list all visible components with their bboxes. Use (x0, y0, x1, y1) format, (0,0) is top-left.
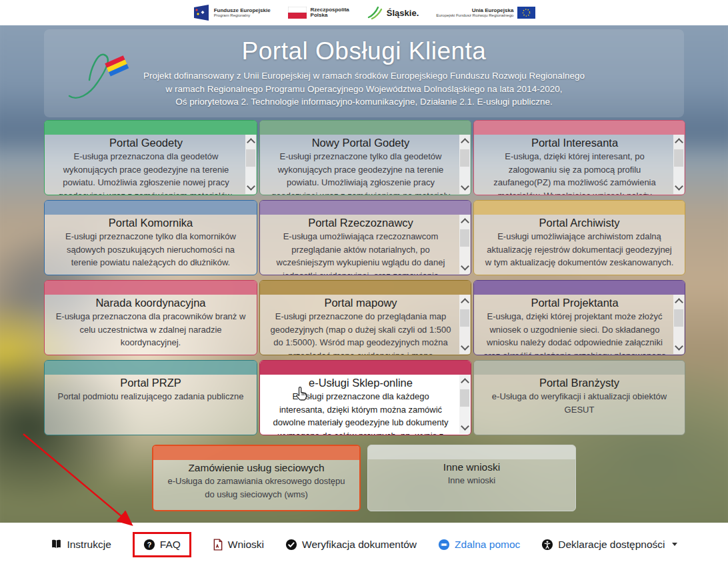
scroll-up-icon[interactable] (461, 298, 469, 307)
portal-obslugi-klienta-page: Fundusze Europejskie Program Regionalny … (0, 0, 728, 566)
card-portal-projektanta[interactable]: Portal Projektanta E-usługa, dzięki któr… (473, 280, 685, 355)
scrollbar-thumb[interactable] (246, 149, 255, 167)
footer-nav: Instrukcje ? FAQ Wnioski Weryfikacja dok… (0, 523, 728, 566)
scroll-down-icon[interactable] (675, 182, 683, 191)
nav-zdalna-pomoc[interactable]: Zdalna pomoc (438, 539, 520, 551)
card-header-bar (368, 445, 575, 459)
nav-weryfikacja-dokumentow[interactable]: Weryfikacja dokumentów (285, 539, 417, 551)
eu-logos-bar: Fundusze Europejskie Program Regionalny … (0, 0, 728, 25)
logo-subtitle: Program Regionalny (214, 13, 271, 17)
card-description: E-usługi przeznaczone dla każdego intere… (269, 390, 452, 435)
card-title: Portal Archiwisty (483, 217, 675, 229)
card-portal-przp[interactable]: Portal PRZP Portal podmiotu realizująceg… (44, 360, 257, 435)
scroll-up-icon[interactable] (461, 378, 469, 387)
card-title: Portal Interesanta (483, 137, 666, 149)
card-description: e-Usługa do weryfikacji i aktualizacji o… (483, 390, 675, 416)
card-header-bar (474, 361, 685, 375)
card-scrollbar[interactable] (459, 295, 470, 354)
card-scrollbar[interactable] (673, 295, 684, 354)
card-title: Portal Rzeczoznawcy (269, 217, 452, 229)
scroll-down-icon[interactable] (461, 182, 469, 191)
card-header-bar (474, 201, 685, 215)
question-circle-icon: ? (143, 539, 155, 551)
scroll-down-icon[interactable] (247, 182, 255, 191)
nav-label: Deklaracje dostępności (558, 539, 665, 551)
eu-flag-icon (517, 7, 535, 19)
nav-faq[interactable]: ? FAQ (133, 532, 191, 557)
scrollbar-thumb[interactable] (674, 309, 683, 327)
nav-label: Weryfikacja dokumentów (302, 539, 417, 551)
card-header-bar (260, 201, 471, 215)
card-header-bar (260, 121, 471, 135)
card-portal-geodety[interactable]: Portal Geodety E-usługa przeznaczona dla… (44, 120, 257, 195)
logo-rzeczpospolita-polska: Rzeczpospolita Polska (288, 7, 349, 19)
nav-instrukcje[interactable]: Instrukcje (51, 539, 111, 551)
scrollbar-thumb[interactable] (674, 149, 683, 167)
card-header-bar (45, 201, 257, 215)
card-title: Portal Komornika (54, 217, 247, 229)
card-title: Portal mapowy (269, 297, 452, 309)
scroll-up-icon[interactable] (461, 218, 469, 227)
card-portal-komornika[interactable]: Portal Komornika E-usługi przeznaczone t… (44, 200, 257, 275)
card-title: Inne wnioski (377, 461, 566, 473)
card-zamowienie-uslug-sieciowych[interactable]: Zamówienie usług sieciowych e-Usługa do … (152, 445, 361, 511)
card-portal-mapowy[interactable]: Portal mapowy E-usługi przeznaczone do p… (259, 280, 471, 355)
card-title: Narada koordynacyjna (54, 297, 247, 309)
scroll-down-icon[interactable] (461, 342, 469, 351)
card-portal-rzeczoznawcy[interactable]: Portal Rzeczoznawcy E-usługa umożliwiają… (259, 200, 471, 275)
check-circle-icon (285, 539, 297, 551)
card-scrollbar[interactable] (459, 375, 470, 434)
card-description: E-usługa, dzięki której projektant może … (483, 310, 666, 355)
card-description: E-usługi przeznaczone tylko dla geodetów… (269, 150, 452, 195)
scroll-up-icon[interactable] (247, 138, 255, 147)
card-scrollbar[interactable] (459, 135, 470, 194)
card-scrollbar[interactable] (459, 215, 470, 274)
card-header-bar (260, 361, 471, 375)
nav-label: Zdalna pomoc (455, 539, 520, 551)
card-portal-branzysty[interactable]: Portal Branżysty e-Usługa do weryfikacji… (473, 360, 685, 435)
scrollbar-thumb[interactable] (460, 309, 469, 327)
nav-deklaracje-dostepnosci[interactable]: Deklaracje dostępności (541, 539, 677, 551)
nav-wnioski[interactable]: Wnioski (213, 539, 264, 551)
card-header-bar (474, 281, 685, 295)
logo-subtitle: Europejski Fundusz Rozwoju Regionalnego (436, 13, 513, 17)
caret-down-icon (672, 543, 677, 546)
scroll-down-icon[interactable] (461, 262, 469, 271)
scrollbar-thumb[interactable] (460, 229, 469, 247)
nav-label: FAQ (160, 539, 181, 551)
accessibility-icon (541, 539, 553, 551)
scrollbar-thumb[interactable] (460, 389, 469, 407)
card-description: E-usługi przeznaczone do przeglądania ma… (269, 310, 452, 355)
card-description: E-usługa przeznaczona dla geodetów wykon… (54, 150, 238, 195)
card-title: Portal Projektanta (483, 297, 666, 309)
card-e-uslugi-sklep-online[interactable]: e-Usługi Sklep-online E-usługi przeznacz… (259, 360, 471, 435)
nav-label: Instrukcje (67, 539, 111, 551)
card-title: Portal Geodety (54, 137, 238, 149)
kite-logo-icon (63, 44, 143, 108)
card-description: e-Usługa do zamawiania okresowego dostęp… (163, 475, 350, 501)
card-header-bar (153, 446, 359, 460)
card-description: E-usługi umożliwiające archiwistom zdaln… (483, 230, 675, 269)
scroll-up-icon[interactable] (461, 138, 469, 147)
pdf-file-icon (213, 539, 223, 551)
card-inne-wnioski[interactable]: Inne wnioski Inne wnioski (367, 445, 576, 511)
poland-flag-icon (288, 7, 307, 19)
card-narada-koordynacyjna[interactable]: Narada koordynacyjna E-usługa przeznaczo… (44, 280, 257, 355)
card-portal-interesanta[interactable]: Portal Interesanta E-usługa, dzięki któr… (473, 120, 685, 195)
logo-slaskie: Śląskie. (367, 5, 419, 20)
scrollbar-thumb[interactable] (460, 149, 469, 167)
scroll-up-icon[interactable] (675, 298, 683, 307)
hero-banner: Portal Obsługi Klienta Projekt dofinanso… (44, 29, 684, 117)
card-nowy-portal-godety[interactable]: Nowy Portal Godety E-usługi przeznaczone… (259, 120, 471, 195)
card-portal-archiwisty[interactable]: Portal Archiwisty E-usługi umożliwiające… (473, 200, 685, 275)
card-title: Zamówienie usług sieciowych (163, 462, 350, 474)
logo-title: Śląskie. (387, 8, 419, 18)
scroll-up-icon[interactable] (675, 138, 683, 147)
card-title: Nowy Portal Godety (269, 137, 452, 149)
card-scrollbar[interactable] (673, 135, 684, 194)
scroll-down-icon[interactable] (461, 422, 469, 431)
card-scrollbar[interactable] (245, 135, 256, 194)
svg-text:?: ? (147, 540, 152, 548)
scroll-down-icon[interactable] (675, 342, 683, 351)
card-description: E-usługa przeznaczona dla pracowników br… (54, 310, 247, 349)
